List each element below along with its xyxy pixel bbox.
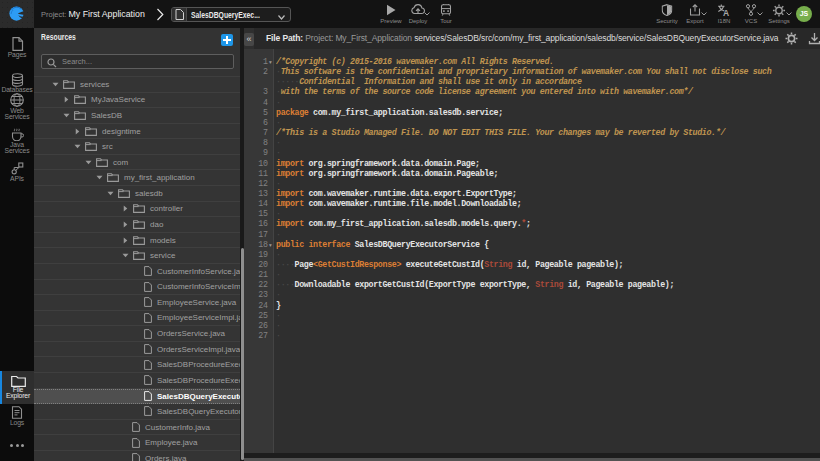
svg-text:A: A (723, 8, 729, 17)
